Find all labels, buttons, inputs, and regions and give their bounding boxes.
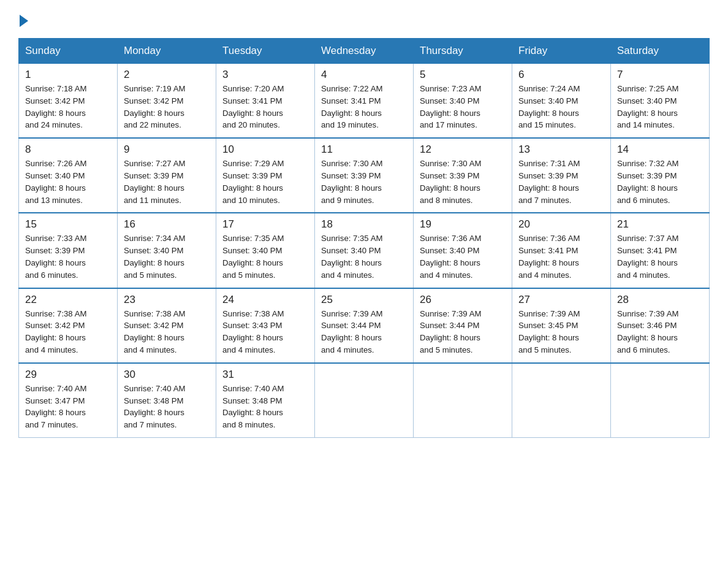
- day-info: Sunrise: 7:36 AMSunset: 3:40 PMDaylight:…: [420, 232, 506, 281]
- day-info: Sunrise: 7:33 AMSunset: 3:39 PMDaylight:…: [25, 232, 111, 281]
- calendar-cell: 15 Sunrise: 7:33 AMSunset: 3:39 PMDaylig…: [19, 213, 118, 288]
- day-number: 17: [222, 218, 308, 231]
- calendar-cell: 24 Sunrise: 7:38 AMSunset: 3:43 PMDaylig…: [216, 288, 315, 363]
- calendar-cell: 20 Sunrise: 7:36 AMSunset: 3:41 PMDaylig…: [512, 213, 611, 288]
- day-info: Sunrise: 7:31 AMSunset: 3:39 PMDaylight:…: [518, 158, 604, 206]
- day-number: 20: [518, 218, 604, 231]
- day-info: Sunrise: 7:39 AMSunset: 3:44 PMDaylight:…: [321, 308, 407, 356]
- day-info: Sunrise: 7:36 AMSunset: 3:41 PMDaylight:…: [518, 232, 604, 281]
- day-info: Sunrise: 7:40 AMSunset: 3:48 PMDaylight:…: [124, 383, 210, 431]
- calendar-week-row: 8 Sunrise: 7:26 AMSunset: 3:40 PMDayligh…: [19, 138, 710, 213]
- day-info: Sunrise: 7:38 AMSunset: 3:42 PMDaylight:…: [124, 308, 210, 356]
- day-number: 4: [321, 69, 407, 81]
- day-info: Sunrise: 7:18 AMSunset: 3:42 PMDaylight:…: [25, 83, 111, 131]
- calendar-cell: 14 Sunrise: 7:32 AMSunset: 3:39 PMDaylig…: [611, 138, 710, 213]
- day-info: Sunrise: 7:19 AMSunset: 3:42 PMDaylight:…: [124, 83, 210, 131]
- day-number: 29: [25, 369, 111, 381]
- day-number: 3: [222, 69, 308, 81]
- calendar-cell: [512, 363, 611, 438]
- calendar-cell: 23 Sunrise: 7:38 AMSunset: 3:42 PMDaylig…: [118, 288, 216, 363]
- day-info: Sunrise: 7:25 AMSunset: 3:40 PMDaylight:…: [617, 83, 703, 131]
- day-number: 14: [617, 144, 703, 156]
- calendar-cell: 27 Sunrise: 7:39 AMSunset: 3:45 PMDaylig…: [512, 288, 611, 363]
- calendar-cell: 29 Sunrise: 7:40 AMSunset: 3:47 PMDaylig…: [19, 363, 118, 438]
- day-number: 18: [321, 218, 407, 231]
- calendar-week-row: 22 Sunrise: 7:38 AMSunset: 3:42 PMDaylig…: [19, 288, 710, 363]
- day-header-thursday: Thursday: [414, 39, 512, 64]
- day-info: Sunrise: 7:38 AMSunset: 3:42 PMDaylight:…: [25, 308, 111, 356]
- calendar-week-row: 29 Sunrise: 7:40 AMSunset: 3:47 PMDaylig…: [19, 363, 710, 438]
- day-info: Sunrise: 7:40 AMSunset: 3:48 PMDaylight:…: [222, 383, 308, 431]
- day-number: 26: [420, 294, 506, 306]
- day-number: 11: [321, 144, 407, 156]
- day-number: 8: [25, 144, 111, 156]
- calendar-cell: 3 Sunrise: 7:20 AMSunset: 3:41 PMDayligh…: [216, 64, 315, 139]
- day-info: Sunrise: 7:30 AMSunset: 3:39 PMDaylight:…: [420, 158, 506, 206]
- day-info: Sunrise: 7:35 AMSunset: 3:40 PMDaylight:…: [222, 232, 308, 281]
- day-number: 1: [25, 69, 111, 81]
- calendar-cell: 16 Sunrise: 7:34 AMSunset: 3:40 PMDaylig…: [118, 213, 216, 288]
- day-info: Sunrise: 7:29 AMSunset: 3:39 PMDaylight:…: [222, 158, 308, 206]
- day-info: Sunrise: 7:37 AMSunset: 3:41 PMDaylight:…: [617, 232, 703, 281]
- day-info: Sunrise: 7:39 AMSunset: 3:46 PMDaylight:…: [617, 308, 703, 356]
- calendar-cell: 25 Sunrise: 7:39 AMSunset: 3:44 PMDaylig…: [315, 288, 414, 363]
- calendar-cell: 18 Sunrise: 7:35 AMSunset: 3:40 PMDaylig…: [315, 213, 414, 288]
- day-info: Sunrise: 7:39 AMSunset: 3:44 PMDaylight:…: [420, 308, 506, 356]
- day-number: 25: [321, 294, 407, 306]
- calendar-cell: 8 Sunrise: 7:26 AMSunset: 3:40 PMDayligh…: [19, 138, 118, 213]
- day-info: Sunrise: 7:30 AMSunset: 3:39 PMDaylight:…: [321, 158, 407, 206]
- day-number: 7: [617, 69, 703, 81]
- calendar-cell: 13 Sunrise: 7:31 AMSunset: 3:39 PMDaylig…: [512, 138, 611, 213]
- day-number: 31: [222, 369, 308, 381]
- calendar-cell: 7 Sunrise: 7:25 AMSunset: 3:40 PMDayligh…: [611, 64, 710, 139]
- day-info: Sunrise: 7:26 AMSunset: 3:40 PMDaylight:…: [25, 158, 111, 206]
- calendar-header-row: SundayMondayTuesdayWednesdayThursdayFrid…: [19, 39, 710, 64]
- day-number: 2: [124, 69, 210, 81]
- calendar-cell: 12 Sunrise: 7:30 AMSunset: 3:39 PMDaylig…: [414, 138, 512, 213]
- calendar-cell: 19 Sunrise: 7:36 AMSunset: 3:40 PMDaylig…: [414, 213, 512, 288]
- day-number: 5: [420, 69, 506, 81]
- day-info: Sunrise: 7:27 AMSunset: 3:39 PMDaylight:…: [124, 158, 210, 206]
- day-info: Sunrise: 7:38 AMSunset: 3:43 PMDaylight:…: [222, 308, 308, 356]
- day-header-saturday: Saturday: [611, 39, 710, 64]
- day-number: 30: [124, 369, 210, 381]
- page-header: [18, 12, 710, 27]
- day-number: 23: [124, 294, 210, 306]
- calendar-cell: [611, 363, 710, 438]
- day-info: Sunrise: 7:39 AMSunset: 3:45 PMDaylight:…: [518, 308, 604, 356]
- day-number: 13: [518, 144, 604, 156]
- day-header-wednesday: Wednesday: [315, 39, 414, 64]
- day-info: Sunrise: 7:34 AMSunset: 3:40 PMDaylight:…: [124, 232, 210, 281]
- calendar-cell: 22 Sunrise: 7:38 AMSunset: 3:42 PMDaylig…: [19, 288, 118, 363]
- day-number: 22: [25, 294, 111, 306]
- calendar-cell: 28 Sunrise: 7:39 AMSunset: 3:46 PMDaylig…: [611, 288, 710, 363]
- logo: [18, 12, 28, 27]
- day-info: Sunrise: 7:23 AMSunset: 3:40 PMDaylight:…: [420, 83, 506, 131]
- day-number: 16: [124, 218, 210, 231]
- day-info: Sunrise: 7:22 AMSunset: 3:41 PMDaylight:…: [321, 83, 407, 131]
- day-info: Sunrise: 7:20 AMSunset: 3:41 PMDaylight:…: [222, 83, 308, 131]
- day-number: 9: [124, 144, 210, 156]
- logo-arrow-icon: [20, 15, 28, 27]
- calendar-cell: 9 Sunrise: 7:27 AMSunset: 3:39 PMDayligh…: [118, 138, 216, 213]
- calendar-cell: 1 Sunrise: 7:18 AMSunset: 3:42 PMDayligh…: [19, 64, 118, 139]
- day-number: 12: [420, 144, 506, 156]
- calendar-week-row: 1 Sunrise: 7:18 AMSunset: 3:42 PMDayligh…: [19, 64, 710, 139]
- day-number: 15: [25, 218, 111, 231]
- calendar-cell: 30 Sunrise: 7:40 AMSunset: 3:48 PMDaylig…: [118, 363, 216, 438]
- calendar-cell: 26 Sunrise: 7:39 AMSunset: 3:44 PMDaylig…: [414, 288, 512, 363]
- day-number: 28: [617, 294, 703, 306]
- calendar-cell: 5 Sunrise: 7:23 AMSunset: 3:40 PMDayligh…: [414, 64, 512, 139]
- day-info: Sunrise: 7:24 AMSunset: 3:40 PMDaylight:…: [518, 83, 604, 131]
- calendar-week-row: 15 Sunrise: 7:33 AMSunset: 3:39 PMDaylig…: [19, 213, 710, 288]
- calendar-cell: 21 Sunrise: 7:37 AMSunset: 3:41 PMDaylig…: [611, 213, 710, 288]
- calendar-cell: 6 Sunrise: 7:24 AMSunset: 3:40 PMDayligh…: [512, 64, 611, 139]
- calendar-cell: 4 Sunrise: 7:22 AMSunset: 3:41 PMDayligh…: [315, 64, 414, 139]
- calendar-cell: 31 Sunrise: 7:40 AMSunset: 3:48 PMDaylig…: [216, 363, 315, 438]
- day-header-friday: Friday: [512, 39, 611, 64]
- calendar-cell: [315, 363, 414, 438]
- day-number: 19: [420, 218, 506, 231]
- calendar-cell: 17 Sunrise: 7:35 AMSunset: 3:40 PMDaylig…: [216, 213, 315, 288]
- day-number: 10: [222, 144, 308, 156]
- day-info: Sunrise: 7:35 AMSunset: 3:40 PMDaylight:…: [321, 232, 407, 281]
